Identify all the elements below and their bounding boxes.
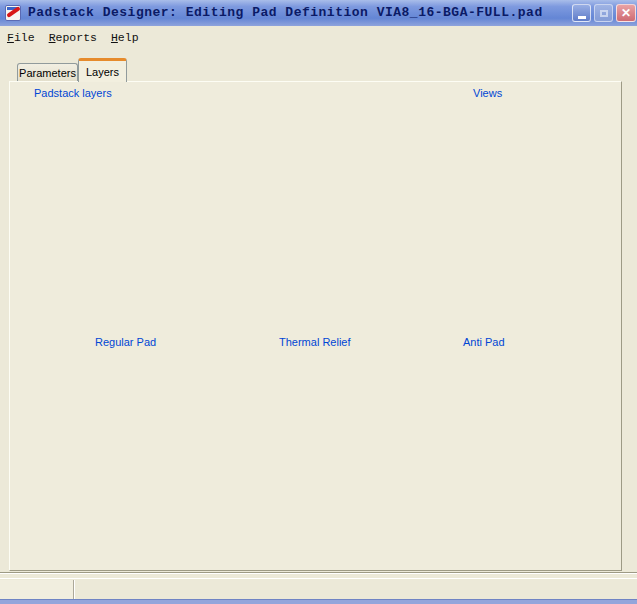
close-button[interactable]: ✕ <box>616 4 636 22</box>
window-bottom-border <box>0 599 637 604</box>
views-group-label: Views <box>470 87 505 99</box>
thermal-relief-group-label: Thermal Relief <box>276 336 354 348</box>
menu-reports[interactable]: Reports <box>47 29 99 46</box>
padstack-layers-group-label: Padstack layers <box>31 87 115 99</box>
padstack-designer-window: { "window": { "title": "Padstack Designe… <box>0 0 637 604</box>
status-bar-cell <box>0 580 74 599</box>
tab-parameters[interactable]: Parameters <box>17 63 78 82</box>
layers-tab-page <box>9 81 622 571</box>
title-bar[interactable]: Padstack Designer: Editing Pad Definitio… <box>0 0 637 26</box>
minimize-button[interactable] <box>572 4 591 22</box>
maximize-button <box>594 4 613 22</box>
window-title: Padstack Designer: Editing Pad Definitio… <box>28 5 543 20</box>
page-bottom-divider <box>0 572 637 573</box>
anti-pad-group-label: Anti Pad <box>460 336 508 348</box>
regular-pad-group-label: Regular Pad <box>92 336 159 348</box>
menu-bar: File Reports Help <box>0 26 637 49</box>
app-icon <box>5 5 21 21</box>
status-bar <box>0 578 637 599</box>
menu-help[interactable]: Help <box>109 29 141 46</box>
menu-file[interactable]: File <box>5 29 37 46</box>
tab-layers[interactable]: Layers <box>78 58 127 82</box>
